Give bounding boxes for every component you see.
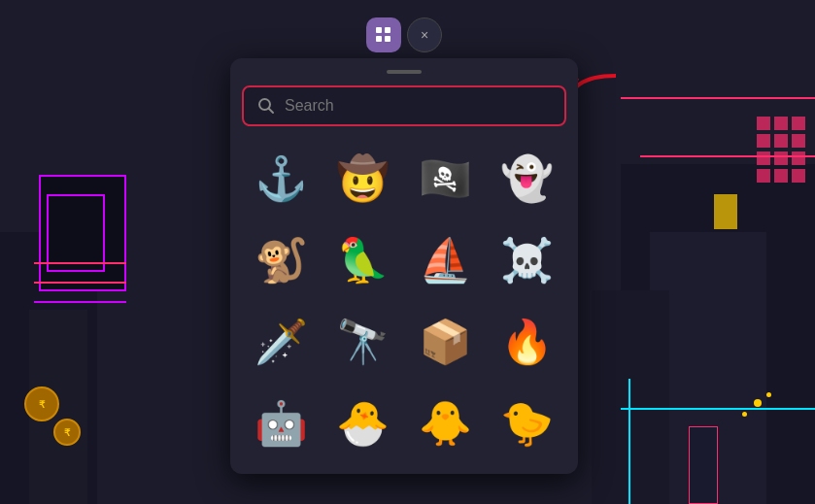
sticker-cell-pirate-cowboy[interactable]: 🤠: [324, 140, 402, 218]
neon-line-3: [34, 301, 126, 303]
sticker-cell-robot2[interactable]: 🐣: [324, 385, 402, 462]
sticker-cell-robot4[interactable]: 🐤: [489, 385, 566, 462]
window-grid: [757, 117, 805, 183]
window-cell: [792, 134, 805, 148]
search-input[interactable]: [285, 97, 551, 115]
window-cell: [792, 117, 805, 130]
sticker-cell-parrot[interactable]: 🦜: [324, 221, 402, 299]
neon-cyan-v: [628, 379, 630, 504]
emoji-picker: × ⚓🤠🏴‍☠️👻🐒🦜⛵☠️🗡️🔭📦🔥🤖🐣🐥🐤: [230, 17, 578, 474]
window-cell: [774, 169, 788, 183]
window-cell: [774, 134, 788, 148]
picker-icon-button[interactable]: [366, 17, 401, 52]
sticker-cell-pirate-ship[interactable]: ⛵: [406, 221, 484, 299]
dot-2: [742, 412, 747, 417]
search-icon: [257, 97, 275, 115]
svg-rect-1: [376, 27, 382, 33]
sticker-cell-anchor[interactable]: ⚓: [242, 140, 320, 218]
picker-topbar: ×: [230, 17, 578, 52]
sticker-cell-fire-spirit[interactable]: 🔥: [489, 303, 566, 381]
svg-rect-3: [376, 36, 382, 42]
window-cell: [757, 134, 770, 148]
sticker-cell-treasure-chest[interactable]: 📦: [406, 303, 484, 381]
search-bar: [242, 85, 566, 126]
sticker-cell-pirate-monkey[interactable]: 🐒: [242, 221, 320, 299]
window-cell: [774, 151, 788, 165]
grid-icon: [375, 26, 392, 44]
coin-1: ₹: [24, 386, 59, 421]
neon-line-1: [34, 262, 126, 264]
neon-right-1: [621, 97, 815, 99]
drag-handle[interactable]: [387, 70, 422, 74]
picker-panel: ⚓🤠🏴‍☠️👻🐒🦜⛵☠️🗡️🔭📦🔥🤖🐣🐥🐤: [230, 58, 578, 474]
building-right-3: [592, 290, 669, 504]
neon-line-2: [34, 282, 126, 284]
coin-2: ₹: [53, 419, 81, 446]
dot-1: [754, 399, 762, 407]
right-door: [689, 426, 718, 504]
svg-rect-4: [385, 36, 391, 42]
window-cell: [757, 169, 770, 183]
sticker-cell-pirate-ghost[interactable]: 👻: [489, 140, 566, 218]
sticker-cell-pirate-flag[interactable]: 🏴‍☠️: [406, 140, 484, 218]
sticker-cell-skull-crossbones[interactable]: ☠️: [489, 221, 566, 299]
sticker-cell-robot1[interactable]: 🤖: [242, 385, 320, 462]
left-panel-inner: [47, 194, 105, 272]
right-window-glow: [714, 194, 737, 229]
window-cell: [757, 151, 770, 165]
sticker-cell-telescope[interactable]: 🔭: [324, 303, 402, 381]
window-cell: [792, 151, 805, 165]
dot-3: [766, 392, 771, 397]
picker-close-button[interactable]: ×: [407, 17, 442, 52]
window-cell: [792, 169, 805, 183]
svg-line-6: [269, 109, 274, 114]
close-icon: ×: [421, 27, 428, 43]
neon-cyan-1: [621, 408, 815, 410]
sticker-cell-robot3[interactable]: 🐥: [406, 385, 484, 462]
sticker-grid: ⚓🤠🏴‍☠️👻🐒🦜⛵☠️🗡️🔭📦🔥🤖🐣🐥🐤: [242, 140, 566, 462]
window-cell: [757, 117, 770, 130]
window-cell: [774, 117, 788, 130]
svg-rect-2: [385, 27, 391, 33]
sticker-cell-dagger[interactable]: 🗡️: [242, 303, 320, 381]
